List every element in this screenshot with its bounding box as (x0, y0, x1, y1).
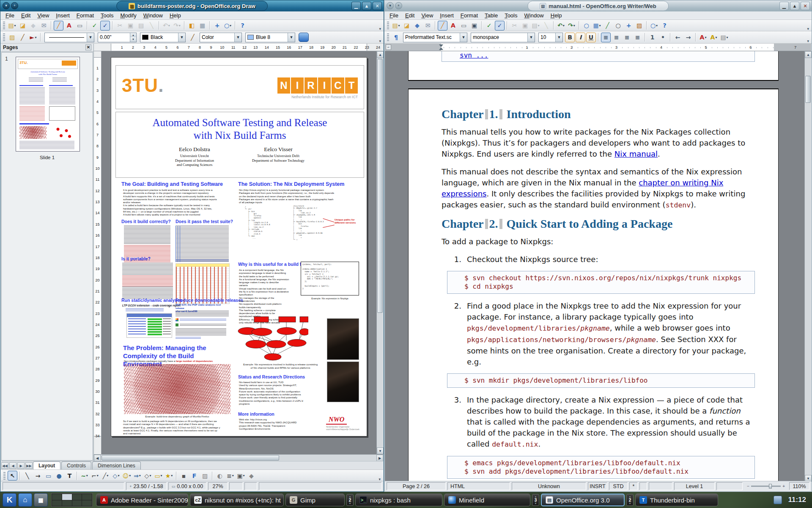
sep-icon[interactable] (159, 21, 159, 30)
underline-icon[interactable]: U (586, 33, 596, 42)
sticky-icon[interactable]: + (395, 2, 402, 9)
insert-mode-indicator[interactable]: INSRT (588, 482, 607, 490)
window-menu-icon[interactable]: ▾ (3, 2, 10, 9)
writer-titlebar[interactable]: ▾ + ▤ manual.html - OpenOffice.org Write… (384, 0, 812, 11)
menu-item[interactable]: Window (140, 12, 166, 19)
minefield-icon[interactable]: Minefield (444, 494, 530, 506)
sep-icon[interactable] (176, 472, 177, 480)
selection-mode-indicator[interactable]: STD (609, 482, 628, 490)
undo-icon[interactable]: ↶ (162, 21, 171, 30)
paste-icon[interactable]: ▤ (136, 21, 146, 30)
paste-icon[interactable]: ▤ (531, 21, 540, 30)
spellcheck-icon[interactable]: ✓ (484, 21, 494, 30)
export-pdf-icon[interactable]: A (64, 21, 74, 30)
fill-color-select[interactable]: Blue 8▼ (245, 33, 295, 42)
menu-item[interactable]: Window (521, 12, 547, 19)
align-right-icon[interactable]: ≡ (622, 33, 632, 42)
layer-tab[interactable]: Controls (61, 461, 91, 469)
ellipse-icon[interactable]: ● (54, 471, 64, 480)
sep-icon[interactable] (77, 472, 77, 480)
paragraph-style-select[interactable]: Preformatted Text.sc▼ (403, 33, 467, 42)
sep-icon[interactable] (235, 21, 236, 30)
vertical-scrollbar[interactable]: ▲ ▼ (804, 51, 811, 482)
display-grid-icon[interactable]: ▦ (198, 21, 207, 30)
menu-item[interactable]: View (418, 12, 436, 19)
language-indicator[interactable]: Unknown (512, 482, 586, 490)
edit-glue-points-icon[interactable]: ▪ (179, 471, 189, 480)
save-icon[interactable]: ◆ (412, 21, 422, 30)
autospellcheck-icon[interactable]: ✓ (100, 21, 110, 30)
group-count[interactable]: 2 (626, 494, 634, 506)
font-name-select[interactable]: monospace▼ (471, 33, 535, 42)
vertical-scrollbar[interactable]: ▲ ▼ (376, 51, 383, 454)
menu-item[interactable]: Insert (436, 12, 457, 19)
paintbrush-icon[interactable]: ╲ (541, 21, 551, 30)
terminal-icon[interactable]: >_ nixpkgs : bash (355, 494, 442, 506)
layer-tab[interactable]: Dimension Lines (92, 461, 141, 469)
toolbar-handle[interactable] (3, 22, 5, 29)
spellcheck-icon[interactable]: ✓ (90, 21, 99, 30)
open-icon[interactable]: ◪ (402, 21, 411, 30)
redo-icon[interactable]: ↷ (567, 21, 576, 30)
sep-icon[interactable] (112, 21, 113, 30)
close-button[interactable]: ✕ (373, 2, 382, 10)
bullet-list-icon[interactable]: • (658, 33, 668, 42)
zoom-percentage[interactable]: 110% (789, 482, 809, 490)
new-icon[interactable]: ▤ (391, 21, 401, 30)
zoom-icon[interactable]: ○ (649, 21, 659, 30)
stars-icon[interactable]: ★ (164, 471, 174, 480)
menu-item[interactable]: File (2, 12, 18, 19)
zoom-slider[interactable]: −+ (744, 484, 787, 489)
text-icon[interactable]: T (65, 471, 74, 480)
thunderbird-icon[interactable]: T Thunderbird-bin (635, 494, 718, 506)
menu-item[interactable]: Edit (18, 12, 34, 19)
copy-icon[interactable]: ▣ (520, 21, 530, 30)
xchat-icon[interactable]: cZ niksnut on #nixos (+tnc): ht (190, 494, 284, 506)
curve-icon[interactable]: ~ (80, 471, 89, 480)
fill-pen-icon[interactable]: ╱ (188, 33, 198, 42)
sep-icon[interactable] (40, 33, 41, 41)
arrow-style-icon[interactable]: ► (28, 33, 38, 42)
close-button[interactable]: ✕ (801, 2, 810, 10)
sep-icon[interactable] (481, 21, 482, 30)
toolbar-handle[interactable] (387, 33, 389, 41)
bold-icon[interactable]: B (565, 33, 575, 42)
connector-icon[interactable]: ⌐ (90, 471, 100, 480)
navigator-icon[interactable]: + (624, 21, 634, 30)
decrease-indent-icon[interactable]: ← (673, 33, 683, 42)
sticky-icon[interactable]: + (11, 2, 18, 9)
sep-icon[interactable] (645, 33, 645, 41)
horizontal-scrollbar[interactable]: ◀ ▶ (94, 454, 383, 461)
window-menu-icon[interactable]: ▾ (387, 2, 394, 9)
group-count[interactable]: 2 (346, 494, 354, 506)
zoom-icon[interactable]: ○ (223, 21, 233, 30)
tab-type-selector[interactable]: ⌐ (386, 44, 391, 50)
edit-points-icon[interactable]: ▨ (7, 33, 17, 42)
paintbrush-icon[interactable]: ╲ (147, 21, 156, 30)
menu-item[interactable]: Insert (52, 12, 73, 19)
menu-item[interactable]: Modify (117, 12, 140, 19)
print-icon[interactable]: ▭ (459, 21, 469, 30)
open-icon[interactable]: ◪ (18, 21, 27, 30)
symbol-shapes-icon[interactable]: ☺ (122, 471, 132, 480)
block-arrows-icon[interactable]: ⇒ (132, 471, 142, 480)
highlight-icon[interactable]: A (709, 33, 719, 42)
menu-item[interactable]: Help (547, 12, 565, 19)
zoom-field[interactable]: 27% (208, 482, 228, 490)
line-style-select[interactable]: ▼ (44, 33, 94, 42)
sep-icon[interactable] (51, 21, 52, 30)
sep-icon[interactable] (209, 21, 210, 30)
document-area[interactable]: svn ... Chapter1. Introduction This manu… (385, 51, 804, 482)
chart-icon[interactable]: ◧ (187, 21, 197, 30)
hyperlink-icon[interactable]: ○ (582, 21, 591, 30)
find-icon[interactable]: ○ (613, 21, 623, 30)
page-preview-icon[interactable]: ▣ (469, 21, 479, 30)
export-pdf-icon[interactable]: A (448, 21, 458, 30)
numbered-list-icon[interactable]: 1 (647, 33, 657, 42)
fontwork-icon[interactable]: F (189, 471, 199, 480)
vertical-ruler[interactable]: 1234567891011121314151617181920212223242… (94, 51, 102, 454)
table-icon[interactable]: ▦ (592, 21, 602, 30)
group-count[interactable]: 3 (532, 494, 539, 506)
menu-item[interactable]: Tools (97, 12, 117, 19)
desktop-access-button[interactable]: ▦ (34, 493, 48, 507)
